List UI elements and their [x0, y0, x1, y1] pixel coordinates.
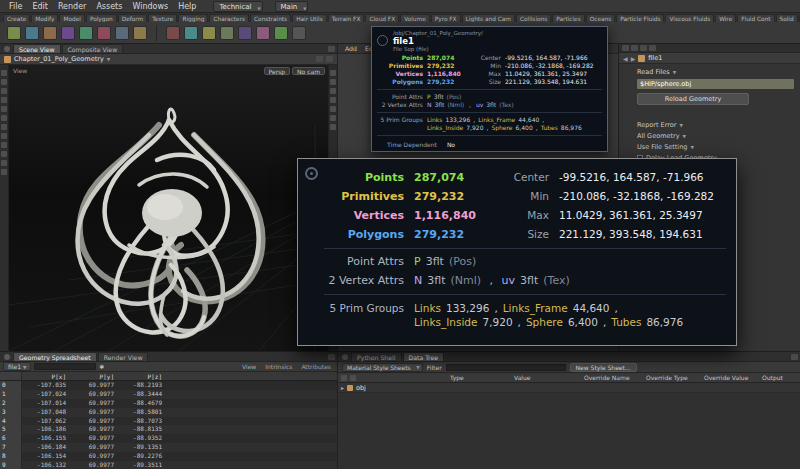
- pane-menu-icon[interactable]: [328, 354, 335, 360]
- shelf-tab[interactable]: Cloud FX: [365, 14, 399, 22]
- shelf-tab[interactable]: Pyro FX: [431, 14, 461, 22]
- collapse-all-icon[interactable]: [350, 375, 356, 381]
- display-option-icon[interactable]: [330, 70, 336, 76]
- shelf-tab[interactable]: Hair Utils: [292, 14, 327, 22]
- geometry-file-input[interactable]: $HIP/sphere.obj: [637, 79, 794, 89]
- shelf-tab[interactable]: Solid: [776, 14, 798, 22]
- pane-link-icon[interactable]: [4, 46, 10, 52]
- display-option-icon[interactable]: [330, 106, 336, 112]
- shelf-tab[interactable]: Oceans: [586, 14, 616, 22]
- shelf-tool-icon[interactable]: [43, 26, 57, 40]
- shelf-tab[interactable]: Modify: [31, 14, 58, 22]
- menu-item[interactable]: Edit: [27, 2, 53, 11]
- expand-all-icon[interactable]: [341, 375, 347, 381]
- shelf-tool-icon[interactable]: [184, 26, 198, 40]
- tab-python-shell[interactable]: Python Shell: [351, 352, 402, 361]
- network-menu-item[interactable]: Add: [345, 45, 357, 52]
- shelf-tool-icon[interactable]: [220, 26, 234, 40]
- shelf-tool-icon[interactable]: [238, 26, 252, 40]
- shelf-tool-icon[interactable]: [79, 26, 93, 40]
- shelf-tool-icon[interactable]: [274, 26, 288, 40]
- viewport[interactable]: View Persp No cam: [0, 65, 337, 351]
- menu-item[interactable]: Help: [173, 2, 201, 11]
- shelf-tab[interactable]: Fluid Cont: [737, 14, 774, 22]
- select-tool-icon[interactable]: [1, 70, 7, 76]
- node-info-popup-magnified[interactable]: Points287,074Center-99.5216, 164.587, -7…: [297, 158, 737, 346]
- tree-type-selector[interactable]: Material Style Sheets▼: [342, 363, 423, 372]
- spreadsheet-node-selector[interactable]: file1 ▼: [3, 362, 31, 371]
- shelf-tab[interactable]: Wire: [715, 14, 736, 22]
- viewport-tool-icon[interactable]: [1, 169, 7, 175]
- tab-geometry-spreadsheet[interactable]: Geometry Spreadsheet: [13, 352, 97, 361]
- chevron-down-icon[interactable]: ▼: [107, 57, 110, 62]
- filter-input[interactable]: [446, 364, 566, 371]
- viewport-tool-icon[interactable]: [1, 160, 7, 166]
- viewport-tool-icon[interactable]: [1, 151, 7, 157]
- move-tool-icon[interactable]: [1, 79, 7, 85]
- shelf-tab[interactable]: Rigging: [178, 14, 208, 22]
- shelf-tool-icon[interactable]: [202, 26, 216, 40]
- viewport-tool-icon[interactable]: [1, 124, 7, 130]
- shelf-tab[interactable]: Create: [3, 14, 30, 22]
- desktop-selector[interactable]: Technical▼: [213, 1, 262, 12]
- back-arrow-icon[interactable]: ◀: [623, 55, 628, 62]
- shelf-tool-icon[interactable]: [97, 26, 111, 40]
- shelf-tab[interactable]: Viscous Fluids: [665, 14, 714, 22]
- group-filter-input[interactable]: [34, 363, 96, 370]
- menu-item[interactable]: File: [4, 2, 27, 11]
- tab-render-view[interactable]: Render View: [98, 352, 149, 361]
- menu-item[interactable]: Assets: [91, 2, 127, 11]
- spreadsheet-attributes-menu[interactable]: Attributes: [298, 363, 334, 370]
- shelf-tool-icon[interactable]: [256, 26, 270, 40]
- menu-item[interactable]: Render: [53, 2, 91, 11]
- display-option-icon[interactable]: [330, 97, 336, 103]
- file-mode-select[interactable]: Read Files ▼: [637, 68, 794, 76]
- shelf-tab[interactable]: Polygon: [86, 14, 117, 22]
- tab-data-tree[interactable]: Data Tree: [403, 352, 445, 361]
- shelf-tool-icon[interactable]: [133, 26, 147, 40]
- pane-link-icon[interactable]: [342, 354, 348, 360]
- pane-tab-icon[interactable]: [622, 45, 629, 51]
- viewport-tool-icon[interactable]: [1, 115, 7, 121]
- star-icon[interactable]: ✱: [99, 363, 104, 370]
- shelf-tab[interactable]: Particle Fluids: [616, 14, 664, 22]
- missing-file-select[interactable]: Report Error ▼: [637, 121, 794, 129]
- forward-arrow-icon[interactable]: ▶: [631, 55, 636, 62]
- shelf-tool-icon[interactable]: [7, 26, 21, 40]
- pane-tab-icon[interactable]: [649, 45, 656, 51]
- menu-item[interactable]: Windows: [127, 2, 173, 11]
- scene-path-text[interactable]: Chapter_01_Poly_Geometry: [14, 55, 104, 63]
- pane-menu-icon[interactable]: [791, 354, 798, 360]
- shelf-tab[interactable]: Constraints: [250, 14, 291, 22]
- shelf-tool-icon[interactable]: [115, 26, 129, 40]
- shelf-tab[interactable]: Lights and Cam: [462, 14, 515, 22]
- pane-tab-icon[interactable]: [640, 45, 647, 51]
- new-style-sheet-button[interactable]: New Style Sheet...: [570, 363, 637, 372]
- display-option-icon[interactable]: [330, 115, 336, 121]
- shelf-tab[interactable]: Particles: [552, 14, 584, 22]
- load-select[interactable]: All Geometry ▼: [637, 132, 794, 140]
- viewport-tool-icon[interactable]: [1, 142, 7, 148]
- shelf-tab[interactable]: Characters: [209, 14, 249, 22]
- tab-composite-view[interactable]: Composite View: [62, 44, 124, 53]
- shelf-tool-icon[interactable]: [61, 26, 75, 40]
- shelf-tool-icon[interactable]: [25, 26, 39, 40]
- display-option-icon[interactable]: [330, 79, 336, 85]
- shelf-tab[interactable]: Texture: [148, 14, 177, 22]
- tab-scene-view[interactable]: Scene View: [13, 44, 61, 53]
- motion-blur-select[interactable]: Use File Setting ▼: [637, 143, 794, 151]
- display-option-icon[interactable]: [330, 124, 336, 130]
- expander-icon[interactable]: ▸: [341, 383, 344, 393]
- pane-tab-icon[interactable]: [631, 45, 638, 51]
- shelf-tab[interactable]: Terrain FX: [328, 14, 365, 22]
- snap-icon[interactable]: [316, 56, 323, 62]
- spreadsheet-view-menu[interactable]: View: [239, 363, 259, 370]
- pane-link-icon[interactable]: [4, 354, 10, 360]
- shelf-tab[interactable]: Model: [59, 14, 84, 22]
- shelf-tool-icon[interactable]: [166, 26, 180, 40]
- shelf-tab[interactable]: Deform: [118, 14, 148, 22]
- viewport-tool-icon[interactable]: [1, 133, 7, 139]
- reload-geometry-button[interactable]: Reload Geometry: [637, 93, 749, 105]
- handles-tool-icon[interactable]: [1, 106, 7, 112]
- shelf-tab[interactable]: Collisions: [516, 14, 551, 22]
